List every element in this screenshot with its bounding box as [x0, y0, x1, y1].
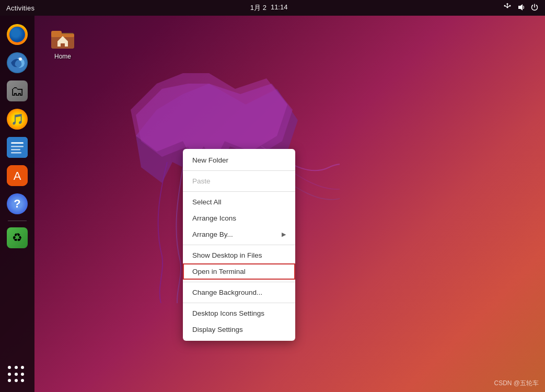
menu-item-paste: Paste — [183, 173, 295, 189]
menu-separator-5 — [183, 303, 295, 303]
show-applications-button[interactable] — [5, 363, 30, 388]
svg-text:A: A — [14, 169, 21, 182]
watermark: CSDN @五轮车 — [494, 379, 539, 388]
topbar-datetime: 1月 2 11:14 — [250, 3, 288, 13]
apps-dot — [8, 366, 11, 369]
topbar: Activities 1月 2 11:14 — [0, 0, 545, 16]
sidebar-separator — [8, 221, 27, 221]
apps-dot — [8, 379, 11, 382]
network-icon[interactable] — [503, 3, 512, 13]
apps-dot — [15, 366, 18, 369]
desktop-icon-home[interactable]: Home — [42, 24, 84, 60]
menu-item-change-background[interactable]: Change Background... — [183, 284, 295, 301]
svg-line-8 — [507, 6, 510, 7]
sound-icon[interactable] — [517, 3, 525, 13]
menu-item-arrange-icons[interactable]: Arrange Icons — [183, 210, 295, 226]
sidebar-item-help[interactable]: ? — [5, 191, 30, 216]
sidebar-item-rhythmbox[interactable]: 🎵 — [5, 107, 30, 132]
svg-rect-14 — [11, 142, 24, 144]
sidebar-item-thunderbird[interactable] — [5, 50, 30, 75]
svg-line-7 — [505, 6, 507, 7]
menu-item-open-in-terminal[interactable]: Open in Terminal — [183, 263, 295, 280]
thunderbird-icon — [7, 52, 28, 73]
menu-item-desktop-icons-settings[interactable]: Desktop Icons Settings — [183, 305, 295, 321]
sidebar-item-files[interactable] — [5, 78, 30, 103]
svg-rect-16 — [11, 149, 20, 151]
svg-point-12 — [19, 57, 22, 61]
home-folder-icon — [49, 24, 76, 51]
home-icon-label: Home — [54, 53, 71, 60]
sidebar-item-appstore[interactable]: A — [5, 163, 30, 188]
sidebar-dock: 🎵 A ? — [0, 16, 34, 392]
menu-item-new-folder[interactable]: New Folder — [183, 152, 295, 168]
menu-separator-3 — [183, 245, 295, 245]
menu-separator-1 — [183, 170, 295, 171]
writer-icon — [7, 137, 28, 158]
menu-item-select-all[interactable]: Select All — [183, 194, 295, 210]
apps-dot — [15, 373, 18, 376]
sidebar-item-writer[interactable] — [5, 135, 30, 160]
context-menu: New Folder Paste Select All Arrange Icon… — [183, 149, 295, 341]
svg-marker-10 — [518, 4, 523, 10]
apps-dot — [15, 379, 18, 382]
appstore-icon: A — [7, 165, 28, 186]
topbar-system-icons — [503, 3, 539, 13]
date-display: 1月 2 — [250, 3, 266, 13]
menu-separator-2 — [183, 191, 295, 192]
arrange-by-arrow: ▶ — [282, 231, 286, 238]
apps-dot — [21, 379, 24, 382]
menu-item-show-desktop-in-files[interactable]: Show Desktop in Files — [183, 247, 295, 263]
firefox-icon — [7, 24, 28, 45]
time-display: 11:14 — [271, 3, 288, 13]
help-icon: ? — [7, 193, 28, 214]
apps-dot — [8, 373, 11, 376]
svg-rect-15 — [11, 146, 24, 147]
apps-dot — [21, 373, 24, 376]
desktop: Activities 1月 2 11:14 — [0, 0, 545, 392]
trash-icon: ♻ — [7, 227, 28, 248]
apps-dot — [21, 366, 24, 369]
files-icon — [7, 80, 28, 101]
svg-rect-23 — [51, 31, 62, 36]
svg-rect-13 — [7, 137, 28, 158]
menu-separator-4 — [183, 282, 295, 282]
activities-button[interactable]: Activities — [6, 4, 34, 12]
sidebar-item-trash[interactable]: ♻ — [5, 225, 30, 250]
power-icon[interactable] — [530, 3, 539, 13]
menu-item-arrange-by[interactable]: Arrange By... ▶ — [183, 226, 295, 243]
rhythmbox-icon: 🎵 — [7, 109, 28, 130]
sidebar-item-firefox[interactable] — [5, 22, 30, 47]
menu-item-display-settings[interactable]: Display Settings — [183, 321, 295, 338]
svg-rect-17 — [11, 152, 21, 154]
